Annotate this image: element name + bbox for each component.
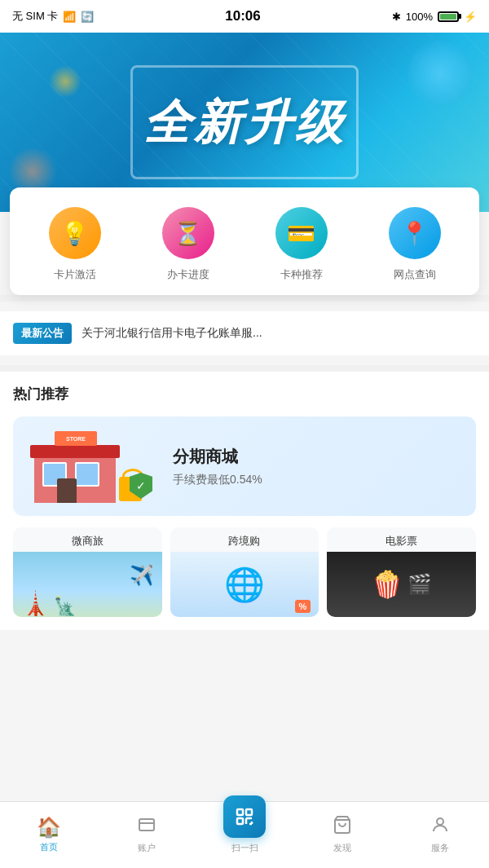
quick-actions-card: 💡 卡片激活 ⏳ 办卡进度 💳 卡种推荐 📍 网点查询 — [10, 187, 479, 295]
service-label: 服务 — [431, 842, 449, 854]
quick-action-location[interactable]: 📍 网点查询 — [358, 207, 471, 282]
featured-subtitle: 手续费最低0.54% — [173, 473, 463, 487]
nav-scan[interactable]: 扫一扫 — [196, 809, 293, 854]
divider-2 — [0, 365, 489, 372]
status-left: 无 SIM 卡 📶 🔄 — [12, 9, 94, 24]
progress-label: 办卡进度 — [167, 267, 209, 282]
movie-scene: 🍿 🎬 — [327, 552, 476, 617]
divider-1 — [0, 295, 489, 302]
announcement-tag: 最新公告 — [13, 323, 72, 344]
scan-icon-container — [223, 795, 266, 838]
account-icon — [137, 815, 156, 839]
plane-icon: ✈️ — [130, 564, 154, 587]
progress-icon: ⏳ — [162, 207, 214, 259]
store-illustration: STORE ✓ — [26, 430, 156, 503]
banner[interactable]: 全新升级 — [0, 33, 489, 212]
activate-icon: 💡 — [49, 207, 101, 259]
announcement-text: 关于河北银行信用卡电子化账单服... — [82, 326, 262, 341]
globe-icon: 🌐 — [224, 566, 265, 604]
quick-action-progress[interactable]: ⏳ 办卡进度 — [131, 207, 244, 282]
travel-label: 微商旅 — [72, 527, 104, 552]
home-label: 首页 — [40, 841, 58, 853]
store-window-right — [75, 462, 99, 487]
store-roof — [30, 445, 120, 458]
bluetooth-icon: ✱ — [392, 11, 401, 23]
quick-action-activate[interactable]: 💡 卡片激活 — [18, 207, 131, 282]
battery-percent: 100% — [406, 11, 433, 23]
liberty-icon: 🗽 — [54, 596, 76, 617]
svg-rect-2 — [237, 809, 243, 815]
sub-item-travel[interactable]: 微商旅 🗼 🗽 ✈️ — [13, 527, 162, 617]
banner-title: 全新升级 — [143, 99, 346, 146]
signal-icon: 📶 — [63, 11, 76, 23]
banner-text-container: 全新升级 — [143, 99, 346, 146]
banner-decoration-3 — [49, 65, 82, 98]
section-title: 热门推荐 — [13, 385, 476, 403]
store-sign: STORE — [55, 431, 97, 446]
charging-icon: ⚡ — [464, 11, 477, 23]
svg-rect-4 — [237, 818, 243, 824]
status-right: ✱ 100% ⚡ — [392, 11, 477, 23]
location-icon: 📍 — [389, 207, 441, 259]
nav-discover[interactable]: 发现 — [293, 809, 391, 854]
discover-label: 发现 — [333, 842, 351, 854]
location-label: 网点查询 — [394, 267, 436, 282]
quick-action-recommend[interactable]: 💳 卡种推荐 — [244, 207, 358, 282]
crossborder-image: 🌐 % — [170, 552, 319, 617]
featured-title: 分期商城 — [173, 446, 463, 468]
clapboard-icon: 🎬 — [408, 573, 432, 596]
percent-badge: % — [295, 600, 311, 613]
featured-info: 分期商城 手续费最低0.54% — [173, 446, 463, 487]
sub-grid: 微商旅 🗼 🗽 ✈️ 跨境购 🌐 % 电影票 — [13, 527, 476, 617]
crossborder-label: 跨境购 — [228, 527, 260, 552]
svg-rect-3 — [246, 809, 252, 815]
sub-item-crossborder[interactable]: 跨境购 🌐 % — [170, 527, 319, 617]
nav-service[interactable]: 服务 — [391, 809, 489, 854]
sub-item-movie[interactable]: 电影票 🍿 🎬 — [327, 527, 476, 617]
nav-account[interactable]: 账户 — [98, 809, 196, 854]
scan-icon — [234, 806, 255, 827]
movie-image: 🍿 🎬 — [327, 552, 476, 617]
featured-banner[interactable]: STORE ✓ 分期商城 手续费最低0.54% — [13, 416, 476, 516]
nav-home[interactable]: 🏠 首页 — [0, 809, 98, 853]
hot-section: 热门推荐 STORE ✓ 分期商城 手续费最低0.54% 微商旅 🗼 🗽 — [0, 372, 489, 630]
svg-point-10 — [437, 818, 443, 825]
discover-icon — [333, 815, 352, 839]
travel-scene: 🗼 🗽 ✈️ — [13, 552, 162, 617]
battery-icon — [438, 11, 459, 22]
banner-decoration-1 — [408, 41, 473, 106]
activate-label: 卡片激活 — [54, 267, 96, 282]
crossborder-scene: 🌐 % — [170, 552, 319, 617]
eiffel-icon: 🗼 — [21, 590, 50, 617]
home-icon: 🏠 — [37, 816, 61, 839]
wifi-icon: 🔄 — [81, 11, 94, 23]
movie-label: 电影票 — [385, 527, 417, 552]
recommend-label: 卡种推荐 — [280, 267, 323, 282]
status-bar: 无 SIM 卡 📶 🔄 10:06 ✱ 100% ⚡ — [0, 0, 489, 33]
carrier-label: 无 SIM 卡 — [12, 9, 58, 24]
clock: 10:06 — [225, 8, 260, 24]
announcement-bar[interactable]: 最新公告 关于河北银行信用卡电子化账单服... — [0, 311, 489, 355]
travel-image: 🗼 🗽 ✈️ — [13, 552, 162, 617]
svg-rect-0 — [139, 819, 154, 831]
store-door — [57, 478, 77, 503]
scan-label: 扫一扫 — [231, 842, 258, 854]
popcorn-icon: 🍿 — [371, 569, 403, 600]
bottom-nav: 🏠 首页 账户 扫一扫 — [0, 801, 489, 868]
recommend-icon: 💳 — [275, 207, 328, 259]
account-label: 账户 — [138, 842, 156, 854]
service-icon — [430, 815, 450, 839]
